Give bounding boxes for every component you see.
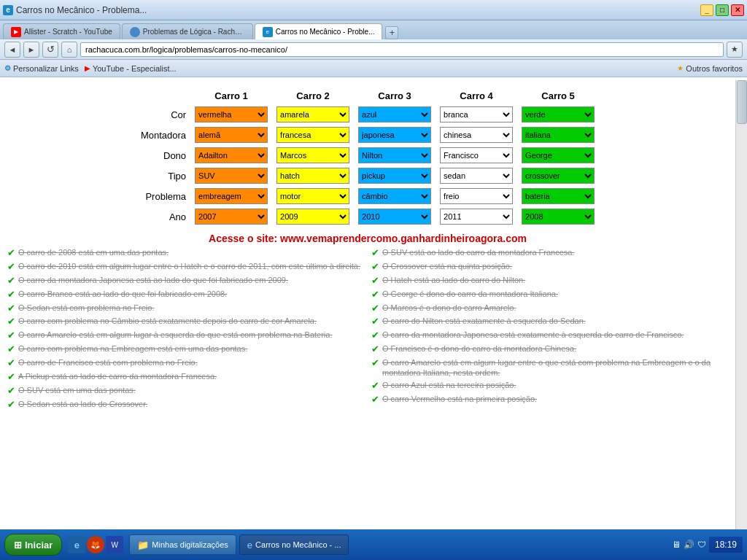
tab-rachacuca-label: Problemas de Lógica - Racha C... (143, 28, 245, 36)
tab-youtube[interactable]: ▶ Allister - Scratch - YouTube (3, 23, 120, 39)
tab-carros[interactable]: e Carros no Mecânico - Proble... (255, 23, 383, 39)
new-tab-button[interactable]: + (385, 26, 398, 39)
tab-bar: ▶ Allister - Scratch - YouTube Problemas… (0, 20, 747, 39)
star-icon[interactable]: ★ (727, 42, 743, 58)
forward-button[interactable]: ► (23, 42, 39, 58)
reload-button[interactable]: ↺ (42, 42, 58, 58)
bookmark-outros[interactable]: ★ Outros favoritos (677, 64, 743, 73)
bookmark-youtube[interactable]: ▶ YouTube - Especialist... (85, 64, 177, 73)
tab-youtube-label: Allister - Scratch - YouTube (24, 28, 112, 36)
close-button[interactable]: ✕ (731, 4, 744, 16)
minimize-button[interactable]: _ (700, 4, 713, 16)
maximize-button[interactable]: □ (716, 4, 729, 16)
bookmark-personalizar[interactable]: ⚙ Personalizar Links (4, 64, 79, 73)
tab-rachacuca[interactable]: Problemas de Lógica - Racha C... (122, 23, 253, 39)
tab-carros-label: Carros no Mecânico - Proble... (276, 28, 375, 36)
bookmarks-bar: ⚙ Personalizar Links ▶ YouTube - Especia… (0, 60, 747, 77)
back-button[interactable]: ◄ (4, 42, 20, 58)
nav-bar: ◄ ► ↺ ⌂ ★ (0, 39, 747, 60)
home-button[interactable]: ⌂ (61, 42, 77, 58)
title-bar: e Carros no Mecânico - Problema... _ □ ✕ (0, 0, 747, 20)
window-title: Carros no Mecânico - Problema... (16, 5, 147, 15)
address-input[interactable] (80, 42, 724, 57)
